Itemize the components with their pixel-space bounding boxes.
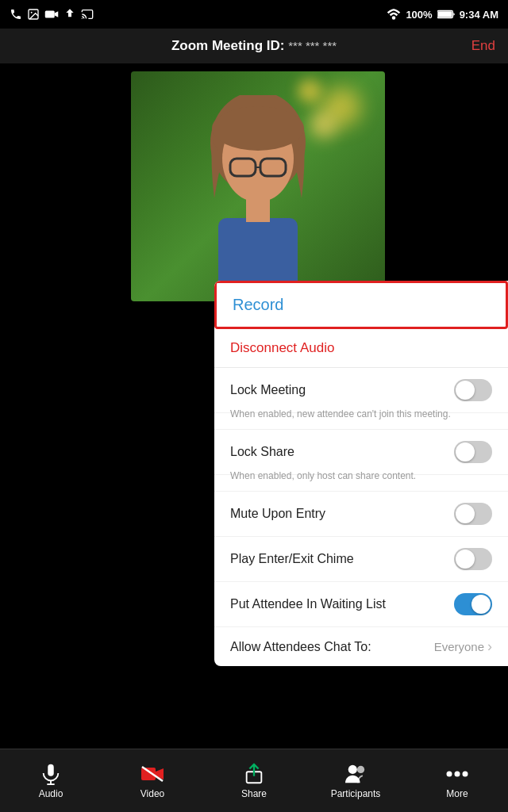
share-icon [241,763,267,785]
exit-chime-item: Play Enter/Exit Chime [214,537,508,582]
toolbar-more[interactable]: More [406,763,508,799]
end-button[interactable]: End [471,38,495,54]
waiting-list-item: Put Attendee In Waiting List [214,582,508,627]
svg-point-25 [463,771,468,776]
share-label: Share [241,788,267,799]
allow-chat-label: Allow Attendees Chat To: [230,640,371,654]
cast-icon [81,8,94,21]
person-silhouette [179,95,337,301]
more-icon [444,763,470,785]
video-icon [140,763,165,785]
participants-label: Participants [331,788,381,799]
lock-meeting-label: Lock Meeting [230,383,306,397]
bottom-toolbar: Audio Video Share [0,749,508,812]
svg-point-3 [82,18,83,19]
toolbar-participants[interactable]: Participants [305,763,406,799]
record-menu-item[interactable]: Record [214,281,508,329]
svg-point-24 [455,771,460,776]
lock-share-toggle[interactable] [454,441,492,463]
svg-point-4 [392,16,396,20]
svg-point-14 [212,106,304,151]
waiting-list-toggle[interactable] [454,593,492,615]
battery-icon [437,10,455,19]
video-label: Video [140,788,164,799]
audio-icon [38,763,64,785]
status-bar: 100% 9:34 AM [0,0,508,29]
svg-rect-6 [437,11,452,17]
participants-icon [343,763,368,785]
lock-share-label: Lock Share [230,445,294,459]
lock-share-item: Lock Share [214,430,508,475]
meeting-header: Zoom Meeting ID: *** *** *** End [0,29,508,63]
image-icon [27,8,40,21]
svg-point-23 [447,771,452,776]
lock-share-subtext: When enabled, only host can share conten… [214,470,508,492]
disconnect-audio-item[interactable]: Disconnect Audio [214,329,508,368]
participant-video-frame [131,71,385,301]
waiting-list-label: Put Attendee In Waiting List [230,597,386,611]
toolbar-audio[interactable]: Audio [0,763,102,799]
time-text: 9:34 AM [460,9,498,21]
mute-entry-item: Mute Upon Entry [214,492,508,537]
status-right-icons: 100% 9:34 AM [387,9,498,21]
battery-text: 100% [406,9,432,21]
record-label: Record [233,296,283,313]
audio-label: Audio [39,788,64,799]
phone-icon [10,8,22,21]
wifi-status-icon [387,9,401,20]
dropdown-menu: Record Disconnect Audio Lock Meeting Whe… [214,281,508,666]
svg-point-1 [31,12,33,13]
chat-value: Everyone [434,640,484,653]
status-icons [10,8,94,21]
svg-rect-13 [246,198,270,222]
chevron-right-icon: › [487,638,492,655]
svg-rect-15 [48,764,53,776]
more-label: More [446,788,468,799]
lock-meeting-subtext: When enabled, new attendee can't join th… [214,408,508,430]
chat-right-section: Everyone › [434,638,492,655]
toolbar-video[interactable]: Video [102,763,203,799]
svg-rect-2 [45,11,55,18]
lock-meeting-toggle[interactable] [454,379,492,401]
participant-video [131,71,385,301]
camera-icon [44,8,59,21]
exit-chime-label: Play Enter/Exit Chime [230,552,354,566]
svg-point-21 [348,764,357,773]
disconnect-label: Disconnect Audio [230,340,334,355]
meeting-title: Zoom Meeting ID: *** *** *** [171,38,337,54]
mute-entry-label: Mute Upon Entry [230,507,325,521]
lock-meeting-item: Lock Meeting [214,368,508,413]
svg-point-22 [357,765,364,772]
toolbar-share[interactable]: Share [203,763,305,799]
allow-chat-item[interactable]: Allow Attendees Chat To: Everyone › [214,627,508,666]
meeting-id: *** *** *** [288,39,337,52]
exit-chime-toggle[interactable] [454,548,492,570]
mute-entry-toggle[interactable] [454,503,492,525]
upload-icon [64,8,76,21]
video-area [0,63,508,309]
